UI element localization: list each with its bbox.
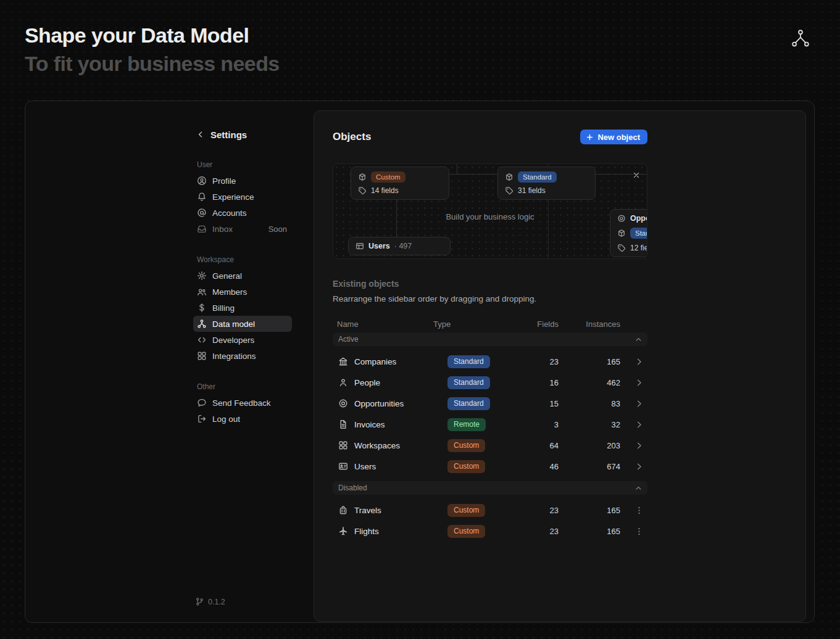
grid-icon: [338, 440, 348, 450]
sidebar-item-general[interactable]: General: [193, 268, 292, 284]
sidebar-item-log-out[interactable]: Log out: [193, 411, 292, 427]
field-count: 31 fields: [518, 186, 546, 195]
object-name: People: [354, 378, 380, 387]
fields-count: 23: [515, 357, 559, 366]
type-badge: Standard: [447, 376, 490, 389]
profile-icon: [197, 176, 207, 186]
sidebar-item-send-feedback[interactable]: Send Feedback: [193, 395, 292, 411]
sidebar-item-data-model[interactable]: Data model: [193, 316, 292, 332]
chevron-up-icon[interactable]: [634, 484, 642, 492]
target-icon: [617, 214, 626, 223]
object-name: Invoices: [354, 420, 385, 429]
fields-count: 23: [515, 506, 559, 515]
table-row-invoices[interactable]: Invoices Remote 3 32: [333, 414, 647, 435]
person-icon: [338, 377, 348, 387]
fields-count: 23: [515, 527, 559, 536]
kebab-menu-icon[interactable]: [634, 506, 644, 515]
chevron-right-icon[interactable]: [634, 462, 644, 471]
fields-count: 46: [515, 462, 559, 471]
canvas-caption: Build your business logic: [333, 212, 647, 221]
table-row-companies[interactable]: Companies Standard 23 165: [333, 351, 647, 372]
settings-back-button[interactable]: Settings: [193, 127, 292, 142]
existing-objects-title: Existing objects: [333, 279, 647, 289]
code-icon: [197, 335, 207, 345]
sidebar-section-user: User: [193, 160, 292, 170]
column-instances: Instances: [559, 320, 620, 329]
git-branch-icon: [195, 597, 204, 606]
data-model-canvas[interactable]: Custom 14 fields Standard 31 fields: [333, 163, 647, 259]
sidebar-item-inbox[interactable]: Inbox Soon: [193, 221, 292, 237]
disabled-rows: Travels Custom 23 165 Flights Custom 23 …: [333, 495, 647, 542]
field-count: 12 fields: [630, 244, 647, 252]
type-badge: Standard: [630, 228, 647, 239]
instances-count: 462: [559, 378, 620, 387]
chevron-right-icon[interactable]: [634, 399, 644, 408]
settings-sidebar: Settings User Profile Experience Account…: [193, 101, 292, 622]
data-model-icon: [791, 28, 810, 48]
chevron-right-icon[interactable]: [634, 357, 644, 366]
sidebar-item-experience[interactable]: Experience: [193, 189, 292, 205]
object-name: Flights: [354, 527, 379, 536]
type-badge: Standard: [518, 171, 557, 183]
table-row-flights[interactable]: Flights Custom 23 165: [333, 521, 647, 542]
object-name: Users: [354, 462, 376, 471]
suitcase-icon: [338, 505, 348, 515]
active-rows: Companies Standard 23 165 People Standar…: [333, 346, 647, 477]
sidebar-section-other: Other: [193, 382, 292, 392]
tag-icon: [505, 186, 514, 195]
type-badge: Remote: [447, 418, 486, 431]
instances-count: 165: [559, 506, 620, 515]
chevron-right-icon[interactable]: [634, 378, 644, 387]
objects-table: Name Type Fields Instances Active Compan…: [333, 316, 647, 542]
canvas-node-opportunities[interactable]: Opportunities Standard 12 fields: [610, 209, 647, 257]
building-icon: [338, 357, 348, 366]
column-type: Type: [433, 320, 515, 329]
close-icon[interactable]: [631, 170, 642, 181]
cube-icon: [617, 229, 626, 237]
table-header: Name Type Fields Instances: [333, 316, 647, 331]
field-count: 14 fields: [371, 186, 399, 195]
fields-count: 3: [515, 420, 559, 429]
cube-icon: [505, 173, 514, 181]
canvas-node-custom[interactable]: Custom 14 fields: [351, 167, 449, 200]
kebab-menu-icon[interactable]: [634, 527, 644, 536]
sidebar-item-integrations[interactable]: Integrations: [193, 348, 292, 364]
type-badge: Custom: [447, 439, 485, 452]
grid-icon: [197, 351, 207, 361]
soon-badge: Soon: [268, 225, 287, 234]
table-row-workspaces[interactable]: Workspaces Custom 64 203: [333, 435, 647, 456]
fields-count: 16: [515, 378, 559, 387]
type-badge: Custom: [371, 171, 405, 183]
instances-count: 165: [559, 527, 620, 536]
inbox-icon: [197, 224, 207, 234]
gear-icon: [197, 271, 207, 281]
sidebar-item-developers[interactable]: Developers: [193, 332, 292, 348]
group-header-disabled[interactable]: Disabled: [333, 481, 647, 495]
node-count: · 497: [394, 242, 412, 250]
canvas-node-standard[interactable]: Standard 31 fields: [497, 167, 596, 200]
node-label: Users: [368, 242, 390, 250]
chevron-right-icon[interactable]: [634, 441, 644, 450]
table-icon: [356, 242, 364, 250]
settings-window: Settings User Profile Experience Account…: [25, 101, 815, 623]
table-row-travels[interactable]: Travels Custom 23 165: [333, 500, 647, 521]
document-icon: [338, 419, 348, 429]
new-object-button[interactable]: New object: [580, 130, 647, 144]
canvas-node-users[interactable]: Users · 497: [348, 237, 451, 255]
sidebar-item-accounts[interactable]: Accounts: [193, 205, 292, 221]
table-row-people[interactable]: People Standard 16 462: [333, 372, 647, 393]
sidebar-item-members[interactable]: Members: [193, 284, 292, 300]
table-row-users[interactable]: Users Custom 46 674: [333, 456, 647, 477]
fields-count: 15: [515, 399, 559, 408]
existing-objects-subtitle: Rearrange the sidebar order by dragging …: [333, 294, 647, 303]
connector-line: [396, 199, 397, 237]
sidebar-item-billing[interactable]: Billing: [193, 300, 292, 316]
table-row-opportunities[interactable]: Opportunities Standard 15 83: [333, 393, 647, 414]
type-badge: Custom: [447, 525, 485, 538]
type-badge: Custom: [447, 460, 485, 473]
chevron-up-icon[interactable]: [634, 336, 642, 344]
sidebar-item-profile[interactable]: Profile: [193, 173, 292, 189]
data-model-icon: [197, 319, 207, 329]
group-header-active[interactable]: Active: [333, 332, 647, 346]
chevron-right-icon[interactable]: [634, 420, 644, 429]
